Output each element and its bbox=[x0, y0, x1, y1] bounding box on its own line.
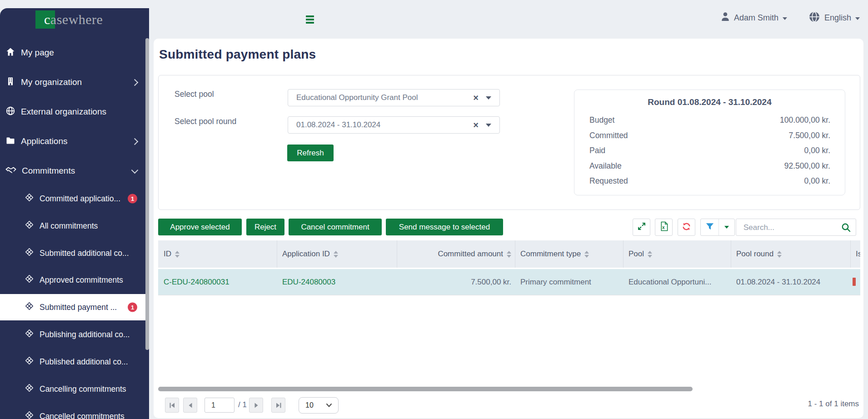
cube-icon bbox=[25, 301, 34, 313]
chevron-down-icon bbox=[131, 166, 139, 174]
sidebar-item-commitments[interactable]: Commitments bbox=[0, 157, 149, 185]
sidebar-item-label: Published additional co... bbox=[40, 357, 128, 367]
sidebar-item-label: My page bbox=[21, 48, 54, 58]
home-icon bbox=[5, 47, 15, 59]
building-icon bbox=[5, 76, 15, 89]
cube-icon bbox=[25, 383, 34, 395]
cube-icon bbox=[25, 410, 34, 419]
sidebar-item-label: Submitted payment ... bbox=[40, 303, 117, 312]
app-window: Adam Smith English Submitted payment pla… bbox=[0, 0, 868, 419]
notification-badge: 1 bbox=[128, 194, 137, 204]
sidebar-item-cancelling-commitments[interactable]: Cancelling commitments bbox=[0, 375, 149, 403]
sidebar-item-label: Approved commitments bbox=[40, 275, 123, 285]
sidebar-item-label: Cancelled commitments bbox=[40, 412, 125, 419]
cube-icon bbox=[25, 247, 34, 259]
sidebar-item-committed-applications[interactable]: Committed applicatio... 1 bbox=[0, 185, 149, 212]
chevron-right-icon bbox=[131, 79, 139, 86]
sidebar-item-label: Applications bbox=[21, 136, 67, 146]
sidebar-item-submitted-payment-plans[interactable]: Submitted payment ... 1 bbox=[0, 294, 149, 320]
sidebar-item-label: External organizations bbox=[21, 107, 106, 117]
sidebar: casewhere My page My organization bbox=[0, 0, 868, 419]
sidebar-item-label: Cancelling commitments bbox=[40, 384, 126, 394]
sidebar-item-label: My organization bbox=[21, 77, 82, 87]
sidebar-item-external-organizations[interactable]: External organizations bbox=[0, 98, 149, 126]
sidebar-item-published-additional[interactable]: Published additional co... bbox=[0, 348, 149, 375]
cube-icon bbox=[25, 329, 34, 340]
sidebar-item-my-page[interactable]: My page bbox=[0, 39, 149, 67]
sidebar-item-label: All commitments bbox=[40, 221, 98, 231]
globe-icon bbox=[5, 106, 15, 118]
sidebar-item-applications[interactable]: Applications bbox=[0, 127, 149, 155]
sidebar-item-label: Submitted additional co... bbox=[40, 249, 129, 258]
notification-badge: 1 bbox=[128, 303, 137, 312]
cube-icon bbox=[25, 193, 34, 205]
chevron-right-icon bbox=[131, 138, 139, 145]
cube-icon bbox=[25, 356, 34, 368]
sidebar-item-label: Committed applicatio... bbox=[40, 194, 120, 204]
sidebar-item-approved-commitments[interactable]: Approved commitments bbox=[0, 266, 149, 294]
cube-icon bbox=[25, 274, 34, 286]
handshake-icon bbox=[5, 165, 16, 177]
sidebar-item-publishing-additional[interactable]: Publishing additional co... bbox=[0, 321, 149, 348]
logo-text: casewhere bbox=[44, 12, 103, 27]
sidebar-item-label: Commitments bbox=[22, 166, 75, 176]
sidebar-item-cancelled-commitments[interactable]: Cancelled commitments bbox=[0, 403, 149, 419]
sidebar-item-submitted-additional[interactable]: Submitted additional co... bbox=[0, 239, 149, 267]
sidebar-item-my-organization[interactable]: My organization bbox=[0, 68, 149, 96]
cube-icon bbox=[25, 220, 34, 232]
sidebar-item-label: Publishing additional co... bbox=[40, 330, 130, 339]
sidebar-scrollbar[interactable] bbox=[145, 38, 149, 350]
sidebar-item-all-commitments[interactable]: All commitments bbox=[0, 212, 149, 239]
folder-icon bbox=[5, 135, 15, 148]
